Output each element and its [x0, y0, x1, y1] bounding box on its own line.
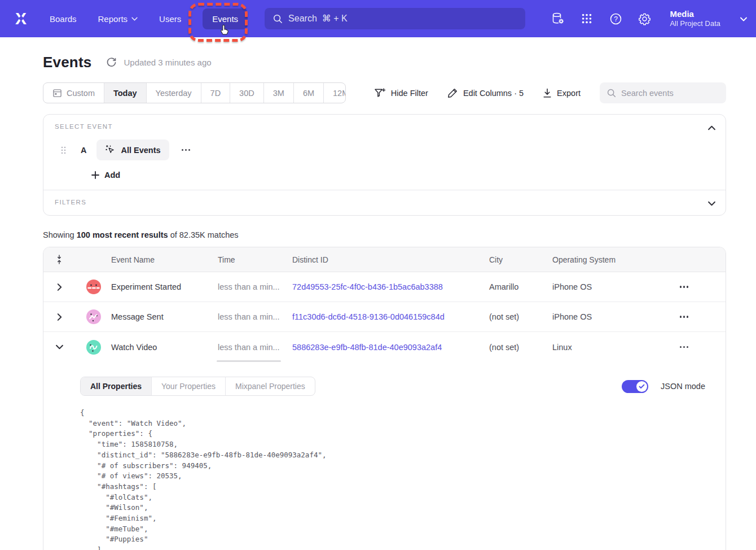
cell-os: Linux	[552, 343, 643, 352]
date-option-yesterday[interactable]: Yesterday	[147, 83, 201, 103]
calendar-icon	[52, 88, 62, 98]
top-navbar: X Boards Reports Users Events	[0, 0, 756, 37]
download-icon	[543, 88, 552, 98]
row-expand-chevron-right-icon[interactable]	[57, 313, 62, 321]
table-horizontal-scrollbar[interactable]	[217, 360, 281, 362]
cell-distinct-id-link[interactable]: f11c30d6-dc6d-4518-9136-0d046159c84d	[292, 312, 489, 321]
json-line: "distinct_id": "5886283e-e9fb-48fb-81de-…	[80, 450, 714, 461]
row-more-button[interactable]	[675, 342, 693, 352]
search-events-input[interactable]	[621, 89, 719, 98]
tab-mixpanel-properties[interactable]: Mixpanel Properties	[226, 377, 315, 395]
date-option-30d-label: 30D	[239, 89, 254, 98]
nav-item-reports-label: Reports	[98, 14, 128, 24]
export-label: Export	[557, 89, 581, 98]
table-row-expanded: Watch Video less than a min... 5886283e-…	[43, 332, 726, 362]
date-option-custom[interactable]: Custom	[43, 83, 104, 103]
mixpanel-logo-icon[interactable]: X	[11, 9, 30, 28]
row-collapse-chevron-down-icon[interactable]	[56, 344, 63, 350]
event-avatar	[86, 309, 101, 324]
event-row-more-button[interactable]	[178, 146, 194, 154]
project-name: Media	[670, 9, 720, 20]
date-option-7d[interactable]: 7D	[201, 83, 231, 103]
detail-toolbar: All Properties Your Properties Mixpanel …	[80, 377, 714, 396]
tab-all-properties[interactable]: All Properties	[81, 377, 152, 395]
export-button[interactable]: Export	[543, 88, 581, 98]
settings-gear-icon[interactable]	[638, 12, 651, 25]
tab-mixpanel-properties-label: Mixpanel Properties	[235, 382, 305, 391]
global-search[interactable]	[265, 8, 525, 29]
json-line: "properties": {	[80, 429, 714, 439]
row-more-button[interactable]	[675, 281, 693, 292]
cell-time: less than a min...	[218, 312, 292, 321]
cell-city: (not set)	[489, 343, 552, 352]
nav-item-reports[interactable]: Reports	[98, 14, 138, 24]
nav-item-events[interactable]: Events	[203, 8, 248, 29]
nav-item-users[interactable]: Users	[159, 14, 181, 24]
drag-handle-icon[interactable]	[60, 146, 66, 155]
summary-highlight: 100 most recent results	[77, 230, 168, 239]
search-events-box[interactable]	[600, 82, 726, 103]
select-event-section: SELECT EVENT A	[43, 115, 726, 190]
json-line: ],	[80, 545, 714, 550]
project-chevron-down-icon[interactable]	[740, 14, 747, 24]
nav-right-icons: ? Media All Project Data	[551, 9, 747, 29]
hide-filter-button[interactable]: Hide Filter	[374, 88, 428, 98]
expand-chevron-down-icon[interactable]	[708, 198, 715, 208]
col-event-name[interactable]: Event Name	[111, 255, 218, 264]
help-icon[interactable]: ?	[609, 12, 622, 25]
sort-icon[interactable]	[55, 255, 63, 264]
apps-grid-icon[interactable]	[580, 12, 594, 25]
global-search-input[interactable]	[288, 14, 517, 24]
title-row: Events Updated 3 minutes ago	[43, 53, 726, 72]
all-events-pill[interactable]: All Events	[96, 139, 169, 160]
cell-distinct-id-link[interactable]: 72d49553-25fc-4f0c-b436-1b5ac6ab3388	[292, 282, 489, 291]
add-event-label: Add	[104, 171, 120, 180]
cell-os: iPhone OS	[552, 282, 643, 291]
nav-item-events-label: Events	[212, 14, 238, 24]
date-range-control: Custom Today Yesterday 7D 30D 3M 6M 12M	[43, 82, 346, 103]
row-more-button[interactable]	[675, 311, 693, 322]
results-summary: Showing 100 most recent results of 82.35…	[43, 230, 726, 239]
dot	[687, 286, 688, 287]
add-event-button[interactable]: Add	[91, 171, 714, 180]
json-mode-label: JSON mode	[661, 382, 705, 391]
refresh-icon[interactable]	[106, 57, 117, 68]
event-row: A All Events	[55, 139, 714, 160]
col-time[interactable]: Time	[218, 255, 292, 264]
date-option-3m[interactable]: 3M	[264, 83, 294, 103]
col-city[interactable]: City	[489, 255, 552, 264]
updated-timestamp: Updated 3 minutes ago	[124, 58, 211, 67]
cell-city: Amarillo	[489, 282, 552, 291]
page-title: Events	[43, 54, 91, 71]
col-os[interactable]: Operating System	[552, 255, 643, 264]
date-option-today-label: Today	[113, 89, 137, 98]
summary-prefix: Showing	[43, 230, 77, 239]
filter-row: Custom Today Yesterday 7D 30D 3M 6M 12M …	[43, 82, 726, 103]
svg-text:?: ?	[614, 15, 618, 23]
main-content: Events Updated 3 minutes ago Custom Toda…	[0, 53, 756, 550]
date-option-today[interactable]: Today	[104, 83, 147, 103]
dot	[683, 346, 685, 348]
tab-your-properties-label: Your Properties	[161, 382, 216, 391]
tab-all-properties-label: All Properties	[90, 382, 142, 391]
row-expand-chevron-right-icon[interactable]	[57, 283, 62, 291]
funnel-plus-icon	[374, 88, 386, 98]
col-distinct-id[interactable]: Distinct ID	[292, 255, 489, 264]
json-line: "#lolCats",	[80, 492, 714, 503]
date-option-30d[interactable]: 30D	[230, 83, 264, 103]
date-option-6m[interactable]: 6M	[294, 83, 324, 103]
cell-distinct-id-link[interactable]: 5886283e-e9fb-48fb-81de-40e9093a2af4	[292, 343, 489, 352]
edit-columns-label: Edit Columns · 5	[463, 89, 524, 98]
edit-columns-button[interactable]: Edit Columns · 5	[447, 88, 524, 98]
cell-time: less than a min...	[218, 282, 292, 291]
nav-item-boards[interactable]: Boards	[50, 14, 77, 24]
data-management-icon[interactable]	[551, 12, 565, 25]
date-option-12m[interactable]: 12M	[324, 83, 346, 103]
table-header: Event Name Time Distinct ID City Operati…	[43, 247, 726, 272]
tab-your-properties[interactable]: Your Properties	[152, 377, 226, 395]
dot	[687, 346, 688, 348]
date-option-custom-label: Custom	[67, 89, 95, 98]
project-selector[interactable]: Media All Project Data	[670, 9, 720, 29]
json-mode-toggle[interactable]	[622, 380, 648, 393]
collapse-chevron-up-icon[interactable]	[708, 123, 715, 133]
